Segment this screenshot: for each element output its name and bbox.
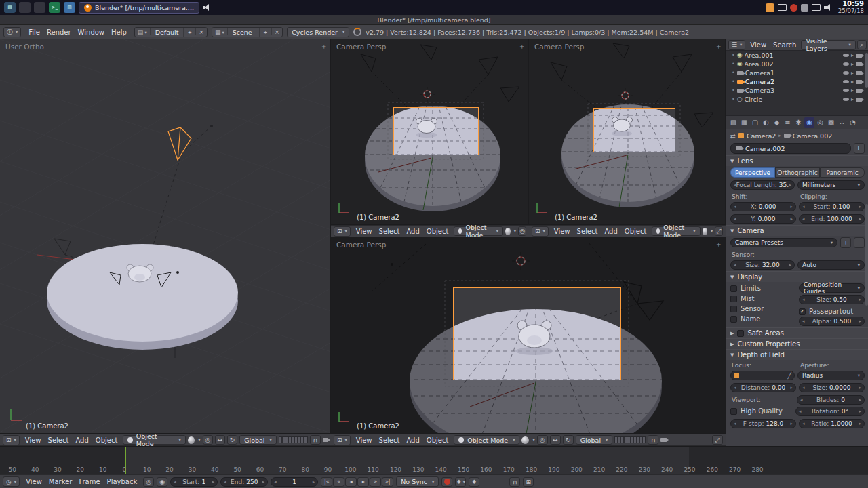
- insert-keyframe-button[interactable]: ♦: [469, 477, 479, 487]
- viewport-menu-item[interactable]: Object: [92, 436, 121, 444]
- visibility-eye-icon[interactable]: [843, 62, 849, 66]
- outliner-row[interactable]: •◉ Area.001 ▸: [726, 51, 868, 60]
- outliner-menu-item[interactable]: View: [747, 41, 770, 49]
- add-scene-button[interactable]: ＋: [259, 28, 271, 37]
- checkbox[interactable]: [730, 306, 737, 312]
- snap-magnet-icon[interactable]: ∩: [310, 435, 320, 445]
- tray-display-icon[interactable]: [778, 4, 787, 11]
- timeline-editor-type-button[interactable]: ◷▾: [3, 476, 20, 487]
- outliner-filter-select[interactable]: Visible Layers▾: [801, 40, 855, 50]
- orientation-select[interactable]: Global▾: [576, 435, 613, 445]
- passepartout-alpha-field[interactable]: ◂Alpha:0.500▸: [799, 317, 865, 326]
- tab-perspective[interactable]: Perspective: [730, 167, 775, 178]
- properties-scrollbar[interactable]: [865, 204, 868, 306]
- visibility-eye-icon[interactable]: [843, 54, 849, 57]
- viewport-left[interactable]: User Ortho ＋: [0, 39, 331, 434]
- renderability-icon[interactable]: [856, 80, 862, 84]
- taskbar-window-button[interactable]: Blender* [/tmp/multicamera....: [79, 2, 199, 14]
- renderability-icon[interactable]: [856, 98, 862, 102]
- constraints-tab-icon[interactable]: ≡: [783, 117, 793, 128]
- platform-mesh[interactable]: [47, 244, 238, 350]
- rotate-manipulator-icon[interactable]: ↻: [227, 435, 237, 445]
- scene-selector[interactable]: ▦▾ Scene ＋ ×: [212, 27, 283, 37]
- render-camera-icon[interactable]: [323, 438, 329, 442]
- viewport-menu-item[interactable]: Object: [423, 228, 452, 235]
- viewport-top-right-canvas[interactable]: [529, 39, 726, 225]
- viewport-menu-item[interactable]: View: [551, 228, 574, 235]
- terminal-icon[interactable]: >_: [49, 2, 60, 13]
- selectability-icon[interactable]: ▸: [851, 79, 854, 85]
- snap-magnet-icon[interactable]: ∩: [648, 435, 658, 445]
- physics-tab-icon[interactable]: ◔: [848, 117, 858, 128]
- shift-x-field[interactable]: ◂X:0.000▸: [730, 202, 796, 211]
- particles-tab-icon[interactable]: ∴: [837, 117, 847, 128]
- jump-to-start-button[interactable]: |«: [321, 477, 332, 487]
- viewport-shading-icon[interactable]: [703, 228, 708, 235]
- viewport-menu-item[interactable]: Select: [376, 436, 403, 444]
- screen-layout-selector[interactable]: ▤▾ Default ＋ ×: [134, 27, 208, 37]
- selectability-icon[interactable]: ▸: [851, 61, 854, 67]
- camera-presets-select[interactable]: Camera Presets▾: [730, 238, 837, 247]
- panel-header-safe-areas[interactable]: ▶ Safe Areas: [726, 327, 868, 338]
- viewport-top-mid[interactable]: Camera Persp ＋: [331, 39, 529, 225]
- tab-panoramic[interactable]: Panoramic: [820, 167, 865, 178]
- material-tab-icon[interactable]: ◎: [815, 117, 825, 128]
- outliner-editor-type-button[interactable]: ☰▾: [728, 40, 745, 50]
- viewport-menu-item[interactable]: View: [22, 436, 45, 444]
- snap-keyframes-icon[interactable]: ∩: [509, 477, 520, 487]
- viewport-left-canvas[interactable]: [0, 39, 331, 434]
- next-keyframe-button[interactable]: »: [370, 477, 381, 487]
- frame-start-field[interactable]: ◂Start:1▸: [170, 477, 218, 487]
- editor-type-button[interactable]: ⊡▾: [334, 226, 351, 237]
- selectability-icon[interactable]: ▸: [851, 52, 854, 58]
- viewport-top-right-panel-toggle[interactable]: ＋: [715, 41, 722, 52]
- timeline-ruler[interactable]: -50-40-30-20-100102030405060708090100110…: [0, 446, 868, 474]
- viewport-top-mid-panel-toggle[interactable]: ＋: [518, 41, 526, 52]
- focus-distance-field[interactable]: ◂Distance:0.00▸: [730, 383, 796, 392]
- selectability-icon[interactable]: ▸: [851, 87, 854, 94]
- copy-pose-icon[interactable]: ⊞: [523, 477, 534, 487]
- viewport-top-right[interactable]: Camera Persp ＋: [529, 39, 726, 225]
- scene-tab-icon[interactable]: ▢: [750, 117, 760, 128]
- taskbar-app-icon-1[interactable]: [19, 2, 31, 13]
- close-layout-button[interactable]: ×: [195, 28, 207, 35]
- play-reverse-button[interactable]: ◂: [345, 477, 357, 487]
- suzanne-object[interactable]: [517, 321, 551, 348]
- viewport-menu-item[interactable]: Select: [45, 436, 73, 444]
- tray-volume-icon[interactable]: [824, 4, 832, 11]
- modifiers-tab-icon[interactable]: ✱: [793, 117, 804, 128]
- renderability-icon[interactable]: [856, 54, 862, 58]
- preview-range-icon[interactable]: ◎: [143, 477, 154, 487]
- info-menu-item[interactable]: Render: [43, 28, 75, 36]
- viewport-shading-icon[interactable]: [505, 228, 511, 235]
- selectability-icon[interactable]: ▸: [851, 96, 854, 102]
- safe-areas-checkbox[interactable]: [737, 330, 744, 337]
- timeline-menu-item[interactable]: Playback: [104, 478, 141, 485]
- visibility-eye-icon[interactable]: [843, 98, 849, 101]
- frame-end-field[interactable]: ◂End:250▸: [220, 477, 268, 487]
- app-launcher-icon[interactable]: ▤: [4, 2, 16, 13]
- frame-lock-icon[interactable]: ◉: [157, 477, 167, 487]
- viewport-bottom-panel-toggle[interactable]: ＋: [715, 239, 722, 249]
- selectability-icon[interactable]: ▸: [851, 70, 854, 76]
- info-menu-item[interactable]: Help: [108, 28, 130, 36]
- high-quality-checkbox[interactable]: [730, 408, 737, 415]
- viewport-shading-icon[interactable]: [188, 436, 195, 444]
- clip-start-field[interactable]: ◂Start:0.100▸: [799, 202, 865, 211]
- outliner-scrollbar[interactable]: [865, 53, 868, 88]
- current-frame-field[interactable]: ◂1▸: [271, 477, 318, 487]
- maximize-area-icon[interactable]: ⤢: [712, 435, 723, 445]
- world-tab-icon[interactable]: ◐: [761, 117, 771, 128]
- checkbox[interactable]: [730, 285, 737, 292]
- outliner-search-icon[interactable]: ⌕: [857, 40, 867, 49]
- layers-widget[interactable]: [279, 436, 309, 443]
- viewport-menu-item[interactable]: Add: [72, 436, 92, 444]
- focus-object-field[interactable]: ╱: [730, 371, 795, 380]
- panel-header-custom-properties[interactable]: ▶ Custom Properties: [726, 338, 868, 349]
- renderability-icon[interactable]: [856, 89, 862, 93]
- translate-manipulator-icon[interactable]: ↔: [550, 435, 561, 445]
- orientation-select[interactable]: Global▾: [239, 435, 277, 445]
- render-camera-icon[interactable]: [660, 438, 667, 442]
- fake-user-button[interactable]: F: [854, 143, 865, 154]
- composition-guides-select[interactable]: Composition Guides▾: [799, 283, 865, 293]
